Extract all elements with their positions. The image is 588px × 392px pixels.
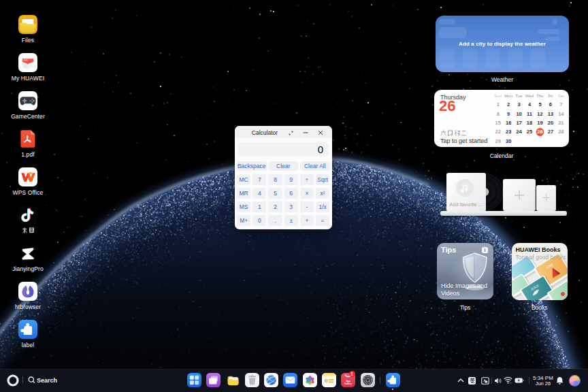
svg-text:Gallery: Gallery — [344, 382, 353, 385]
svg-text:Cast: Cast — [545, 261, 553, 269]
